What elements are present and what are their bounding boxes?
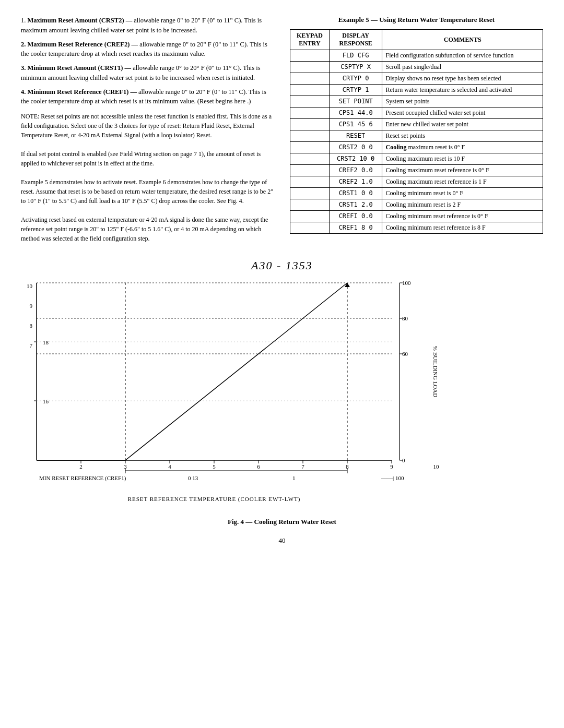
comment-cell: Cooling minimum reset is 2 F — [382, 199, 543, 211]
entry-cell — [290, 85, 330, 96]
svg-text:5: 5 — [213, 463, 216, 470]
entry-cell — [290, 165, 330, 176]
list-item-2: 2. Maximum Reset Reference (CREF2) — all… — [21, 40, 274, 59]
table-row: CREF1 8 0 Cooling minimum reset referenc… — [290, 222, 543, 234]
right-column: Example 5 — Using Return Water Temperatu… — [290, 16, 543, 243]
display-cell: CREF2 0.0 — [329, 165, 382, 176]
entry-cell — [290, 108, 330, 119]
note-text: NOTE: Reset set points are not accessibl… — [21, 112, 274, 140]
entry-cell — [290, 119, 330, 130]
display-cell: CRST2 0 0 — [329, 142, 382, 153]
table-row: SET POINT System set points — [290, 96, 543, 108]
svg-text:100: 100 — [402, 280, 411, 286]
table-row: CRTYP 1 Return water temperature is sele… — [290, 85, 543, 96]
svg-text:10: 10 — [433, 463, 440, 470]
svg-text:6: 6 — [257, 463, 260, 470]
comment-cell: Display shows no reset type has been sel… — [382, 73, 543, 85]
chart-svg: 18 16 — [37, 283, 543, 471]
comment-cell: Return water temperature is selected and… — [382, 85, 543, 96]
formula: A30 - 1353 — [21, 259, 543, 272]
table-row: CRTYP 0 Display shows no reset type has … — [290, 73, 543, 85]
comment-cell: Cooling maximum reset reference is 0° F — [382, 165, 543, 176]
y-label-8: 8 — [30, 323, 33, 329]
entry-cell — [290, 222, 330, 234]
list-item-1: 1. Maximum Reset Amount (CRST2) — allowa… — [21, 16, 274, 35]
item-num-1: 1. Maximum Reset Amount (CRST2) — — [21, 17, 132, 24]
para-1: If dual set point control is enabled (se… — [21, 149, 274, 168]
table-row: CREF2 1.0 Cooling maximum reset referenc… — [290, 176, 543, 188]
comment-cell: Enter new chilled water set point — [382, 119, 543, 130]
comment-cell: Cooling maximum reset reference is 1 F — [382, 176, 543, 188]
entry-cell — [290, 130, 330, 142]
display-cell: CRTYP 1 — [329, 85, 382, 96]
display-cell: RESET — [329, 130, 382, 142]
comment-cell: Present occupied chilled water set point — [382, 108, 543, 119]
comment-cell: Scroll past single/dual — [382, 62, 543, 73]
comment-cell: Cooling minimum reset reference is 0° F — [382, 211, 543, 222]
svg-text:80: 80 — [402, 315, 408, 321]
table-row: CPS1 44.0 Present occupied chilled water… — [290, 108, 543, 119]
comment-cell: Field configuration subfunction of servi… — [382, 50, 543, 62]
item-num-3: 3. Minimum Reset Amount (CRST1) — — [21, 64, 131, 71]
svg-text:9: 9 — [390, 463, 393, 470]
entry-cell — [290, 153, 330, 165]
note-block: NOTE: Reset set points are not accessibl… — [21, 112, 274, 243]
y-label-10: 10 — [27, 283, 32, 289]
y-label-7: 7 — [30, 342, 33, 349]
entry-cell — [290, 188, 330, 199]
table-row: CREF2 0.0 Cooling maximum reset referenc… — [290, 165, 543, 176]
display-cell: CREF1 8 0 — [329, 222, 382, 234]
display-cell: CPS1 44.0 — [329, 108, 382, 119]
display-cell: CRST2 10 0 — [329, 153, 382, 165]
svg-text:2: 2 — [79, 463, 83, 470]
chart-section: 10 9 8 7 — [21, 283, 543, 492]
page-number: 40 — [21, 536, 543, 545]
svg-text:7: 7 — [301, 463, 304, 470]
item-num-4: 4. Minimum Reset Reference (CREF1) — — [21, 88, 137, 96]
entry-cell — [290, 50, 330, 62]
top-section: 1. Maximum Reset Amount (CRST2) — allowa… — [21, 16, 543, 243]
svg-text:% BUILDING LOAD: % BUILDING LOAD — [432, 346, 439, 397]
svg-text:1: 1 — [292, 475, 296, 481]
comment-cell: Cooling minimum reset reference is 8 F — [382, 222, 543, 234]
comment-cell: Cooling maximum reset is 0° F — [382, 142, 543, 153]
entry-cell — [290, 62, 330, 73]
display-cell: CRTYP 0 — [329, 73, 382, 85]
table-row: CRST1 2.0 Cooling minimum reset is 2 F — [290, 199, 543, 211]
comment-cell: System set points — [382, 96, 543, 108]
display-cell: SET POINT — [329, 96, 382, 108]
para-3: Activating reset based on external tempe… — [21, 215, 274, 243]
comment-cell: Cooling minimum reset is 0° F — [382, 188, 543, 199]
list-item-4: 4. Minimum Reset Reference (CREF1) — all… — [21, 87, 274, 107]
fig-caption: Fig. 4 — Cooling Return Water Reset — [21, 518, 543, 526]
chart-area: 18 16 — [37, 283, 543, 492]
item-num-2: 2. Maximum Reset Reference (CREF2) — — [21, 41, 138, 48]
table-row: CREFI 0.0 Cooling minimum reset referenc… — [290, 211, 543, 222]
col-header-keypad: KEYPADENTRY — [290, 30, 330, 50]
data-table: KEYPADENTRY DISPLAYRESPONSE COMMENTS FLD… — [290, 29, 543, 234]
svg-text:3: 3 — [124, 463, 127, 470]
svg-text:MIN RESET REFERENCE (CREF1): MIN RESET REFERENCE (CREF1) — [39, 475, 126, 482]
table-row: CRST2 10 0 Cooling maximum reset is 10 F — [290, 153, 543, 165]
svg-text:4: 4 — [168, 463, 171, 470]
display-cell: CRST1 2.0 — [329, 199, 382, 211]
svg-text:16: 16 — [43, 398, 49, 404]
entry-cell — [290, 73, 330, 85]
entry-cell — [290, 199, 330, 211]
list-item-3: 3. Minimum Reset Amount (CRST1) — allowa… — [21, 63, 274, 83]
table-row: CPS1 45 6 Enter new chilled water set po… — [290, 119, 543, 130]
table-row: RESET Reset set points — [290, 130, 543, 142]
entry-cell — [290, 211, 330, 222]
x-axis-title: RESET REFERENCE TEMPERATURE (COOLER EWT-… — [37, 496, 392, 502]
y-label-9: 9 — [30, 303, 33, 309]
col-header-comments: COMMENTS — [382, 30, 543, 50]
entry-cell — [290, 142, 330, 153]
left-column: 1. Maximum Reset Amount (CRST2) — allowa… — [21, 16, 274, 243]
display-cell: CPS1 45 6 — [329, 119, 382, 130]
svg-text:——| 100: ——| 100 — [381, 475, 404, 481]
display-cell: FLD CFG — [329, 50, 382, 62]
comment-cell: Cooling maximum reset is 10 F — [382, 153, 543, 165]
table-row: CSPTYP X Scroll past single/dual — [290, 62, 543, 73]
table-row: FLD CFG Field configuration subfunction … — [290, 50, 543, 62]
display-cell: CREF2 1.0 — [329, 176, 382, 188]
